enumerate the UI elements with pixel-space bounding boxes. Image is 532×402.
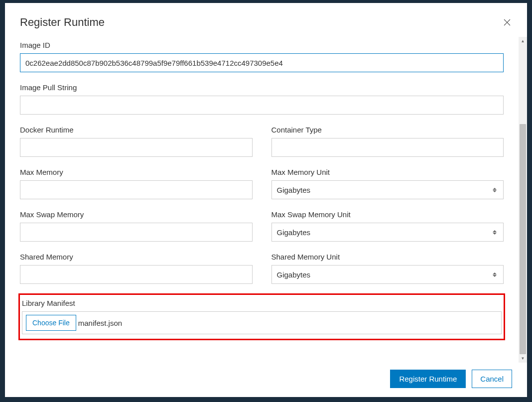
modal-body-wrap: Image ID Image Pull String Docker Runtim… [5, 37, 527, 363]
container-type-field: Container Type [271, 126, 504, 157]
vertical-scrollbar[interactable]: ▲ ▼ [519, 37, 527, 363]
max-memory-field: Max Memory [20, 168, 253, 199]
container-type-input[interactable] [271, 138, 504, 157]
modal-footer: Register Runtime Cancel [5, 363, 527, 397]
chosen-file-name: manifest.json [78, 319, 122, 327]
register-runtime-button[interactable]: Register Runtime [390, 370, 466, 388]
spinner-icon [491, 272, 498, 277]
max-memory-unit-field: Max Memory Unit Gigabytes [271, 168, 504, 199]
image-pull-string-field: Image Pull String [20, 83, 504, 115]
max-memory-unit-label: Max Memory Unit [271, 168, 504, 176]
docker-runtime-field: Docker Runtime [20, 126, 253, 157]
library-manifest-label: Library Manifest [22, 299, 502, 307]
container-type-label: Container Type [271, 126, 504, 134]
library-manifest-input-box: Choose File manifest.json [22, 311, 502, 334]
modal-title: Register Runtime [20, 16, 105, 29]
image-id-input[interactable] [20, 53, 504, 72]
image-id-label: Image ID [20, 41, 504, 49]
modal-body: Image ID Image Pull String Docker Runtim… [5, 37, 519, 363]
shared-memory-unit-select[interactable]: Gigabytes [271, 265, 504, 284]
image-pull-string-input[interactable] [20, 96, 504, 115]
scroll-thumb[interactable] [520, 124, 526, 354]
shared-memory-label: Shared Memory [20, 253, 253, 261]
docker-runtime-input[interactable] [20, 138, 253, 157]
max-swap-memory-unit-field: Max Swap Memory Unit Gigabytes [271, 210, 504, 242]
max-swap-memory-unit-select[interactable]: Gigabytes [271, 223, 504, 242]
shared-memory-unit-field: Shared Memory Unit Gigabytes [271, 253, 504, 284]
scroll-down-arrow-icon[interactable]: ▼ [519, 354, 527, 363]
library-manifest-section: Library Manifest Choose File manifest.js… [18, 293, 505, 340]
close-icon [503, 18, 512, 27]
image-pull-string-label: Image Pull String [20, 83, 504, 92]
max-memory-unit-value: Gigabytes [277, 186, 311, 194]
max-memory-unit-select[interactable]: Gigabytes [271, 180, 504, 199]
max-swap-memory-unit-value: Gigabytes [277, 228, 311, 237]
max-memory-label: Max Memory [20, 168, 253, 176]
spinner-icon [491, 230, 498, 235]
scroll-up-arrow-icon[interactable]: ▲ [519, 37, 527, 45]
shared-memory-unit-value: Gigabytes [277, 270, 311, 279]
max-memory-input[interactable] [20, 180, 253, 199]
max-swap-memory-unit-label: Max Swap Memory Unit [271, 210, 504, 219]
modal-header: Register Runtime [5, 3, 527, 37]
library-manifest-field: Library Manifest Choose File manifest.js… [22, 298, 502, 334]
docker-runtime-label: Docker Runtime [20, 126, 253, 134]
choose-file-button[interactable]: Choose File [26, 315, 76, 331]
max-swap-memory-input[interactable] [20, 223, 253, 242]
register-runtime-modal: Register Runtime Image ID Image Pull Str… [5, 3, 527, 397]
image-id-field: Image ID [20, 41, 504, 72]
close-button[interactable] [502, 17, 512, 27]
shared-memory-field: Shared Memory [20, 253, 253, 284]
max-swap-memory-field: Max Swap Memory [20, 210, 253, 242]
shared-memory-input[interactable] [20, 265, 253, 284]
shared-memory-unit-label: Shared Memory Unit [271, 253, 504, 261]
max-swap-memory-label: Max Swap Memory [20, 210, 253, 219]
spinner-icon [491, 188, 498, 192]
cancel-button[interactable]: Cancel [472, 370, 512, 388]
